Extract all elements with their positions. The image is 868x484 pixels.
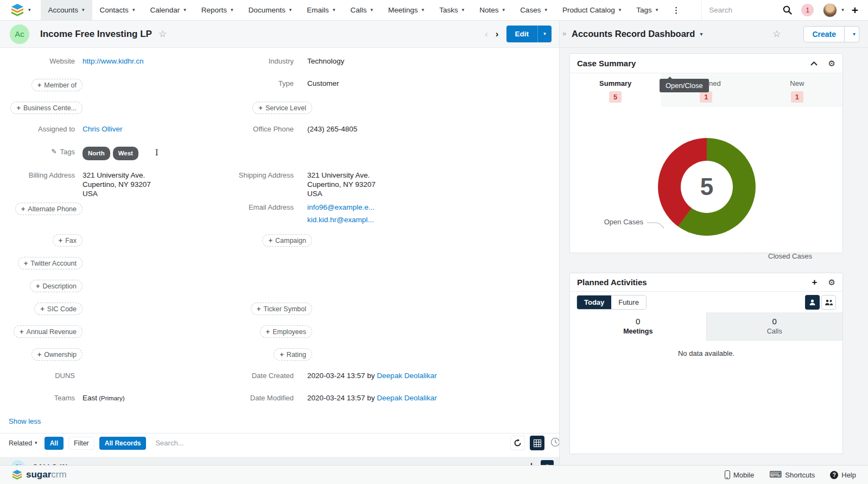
filter-button[interactable]: Filter — [68, 437, 94, 450]
calls-collapse-button[interactable]: ▾ — [541, 460, 554, 465]
chevron-down-icon: ▾ — [656, 8, 658, 12]
expand-dashboard-icon[interactable]: » — [562, 29, 566, 37]
chevron-down-icon[interactable]: ▾ — [841, 8, 844, 12]
sugarcrm-logo[interactable]: sugarcrm — [12, 469, 67, 480]
nav-item-tasks[interactable]: Tasks▾ — [432, 0, 472, 20]
tab-label: Calls — [707, 328, 843, 335]
tab-meetings[interactable]: 0 Meetings — [570, 312, 706, 341]
add-ticker-symbol-button[interactable]: +Ticker Symbol — [251, 303, 312, 315]
donut-chart[interactable]: 5 — [658, 138, 756, 236]
refresh-button[interactable] — [510, 436, 525, 450]
dashboard-favorite-star-icon[interactable]: ☆ — [772, 28, 781, 40]
open-cases-label: Open Cases — [604, 218, 643, 226]
nav-item-reports[interactable]: Reports▾ — [194, 0, 241, 20]
tab-new[interactable]: New 1 — [752, 73, 842, 107]
add-sic-code-button[interactable]: +SIC Code — [34, 303, 83, 315]
add-annual-revenue-button[interactable]: +Annual Revenue — [14, 325, 83, 338]
add-campaign-button[interactable]: +Campaign — [262, 234, 312, 247]
edit-dropdown-caret[interactable]: ▾ — [537, 26, 552, 42]
add-twitter-account-button[interactable]: +Twitter Account — [18, 257, 83, 269]
field-value-link[interactable]: http://www.kidhr.cn — [83, 57, 144, 65]
toggle-view-button[interactable] — [530, 436, 544, 450]
favorite-star-icon[interactable]: ☆ — [159, 28, 167, 40]
nav-item-cases[interactable]: Cases▾ — [512, 0, 555, 20]
toggle-today[interactable]: Today — [577, 296, 611, 309]
field-row: +SIC Code+Ticker Symbol — [0, 303, 559, 315]
gear-icon[interactable]: ⚙ — [828, 59, 835, 67]
email-link[interactable]: info96@example.e... — [307, 203, 375, 212]
field-label: Billing Address — [0, 171, 75, 179]
nav-more-button[interactable]: ⋮ — [666, 0, 687, 20]
history-clock-icon[interactable] — [550, 437, 559, 449]
nav-item-label: Accounts — [48, 6, 79, 14]
help-link[interactable]: ? Help — [830, 471, 856, 479]
tags-value: NorthWestI — [83, 147, 158, 160]
plus-icon: + — [36, 282, 40, 290]
tab-calls[interactable]: 0 Calls — [706, 312, 843, 341]
all-users-button[interactable] — [821, 295, 836, 310]
nav-item-emails[interactable]: Emails▾ — [299, 0, 343, 20]
nav-item-notes[interactable]: Notes▾ — [472, 0, 512, 20]
global-search-input[interactable]: Search — [701, 0, 783, 20]
field-label: Website — [0, 56, 75, 65]
add-business-cente-button[interactable]: +Business Cente... — [10, 102, 83, 114]
pencil-icon[interactable]: ✎ — [51, 148, 56, 156]
dashboard-title[interactable]: Accounts Record Dashboard — [572, 29, 695, 39]
nav-item-tags[interactable]: Tags▾ — [629, 0, 666, 20]
create-button[interactable]: Create — [804, 27, 844, 42]
add-description-button[interactable]: +Description — [30, 280, 83, 292]
all-records-filter[interactable]: All Records — [99, 437, 147, 450]
field-label: Shipping Address — [225, 171, 294, 179]
add-alternate-phone-button[interactable]: +Alternate Phone — [15, 203, 83, 215]
user-link[interactable]: Deepak Deolalikar — [377, 372, 436, 380]
calls-panel-header[interactable]: Cl CALLS (1) + ▾ — [0, 457, 559, 465]
nav-item-accounts[interactable]: Accounts▾ — [41, 0, 92, 20]
add-rating-button[interactable]: +Rating — [274, 348, 312, 361]
add-ownership-button[interactable]: +Ownership — [31, 348, 83, 361]
user-link[interactable]: Deepak Deolalikar — [377, 394, 436, 402]
nav-item-documents[interactable]: Documents▾ — [241, 0, 300, 20]
add-service-level-button[interactable]: +Service Level — [252, 102, 312, 114]
gear-icon[interactable]: ⚙ — [828, 278, 835, 286]
field-value-link[interactable]: Chris Olliver — [83, 125, 123, 133]
module-all-button[interactable]: All — [45, 437, 64, 450]
email-link[interactable]: kid.kid.hr@exampl... — [307, 215, 375, 224]
shortcuts-link[interactable]: ⌨ Shortcuts — [769, 470, 815, 479]
toggle-future[interactable]: Future — [611, 296, 646, 309]
tag-chip-west[interactable]: West — [113, 147, 138, 160]
collapse-chevron-up-icon[interactable] — [810, 61, 818, 66]
tab-summary[interactable]: Summary 5 — [570, 73, 661, 107]
add-activity-plus-icon[interactable]: + — [812, 278, 818, 287]
field-label: Office Phone — [225, 124, 294, 133]
nav-item-calendar[interactable]: Calendar▾ — [142, 0, 193, 20]
no-data-message: No data available. — [570, 341, 842, 454]
add-call-button[interactable]: + — [529, 460, 534, 465]
show-less-link[interactable]: Show less — [9, 417, 41, 425]
add-employees-button[interactable]: +Employees — [260, 325, 312, 338]
related-search-input[interactable]: Search... — [151, 439, 505, 447]
chevron-down-icon: ▾ — [543, 32, 546, 36]
nav-item-label: Product Catalog — [562, 6, 615, 14]
nav-item-meetings[interactable]: Meetings▾ — [381, 0, 432, 20]
search-icon[interactable] — [783, 5, 792, 15]
notification-badge[interactable]: 1 — [801, 4, 814, 16]
avatar[interactable] — [823, 3, 837, 17]
nav-item-calls[interactable]: Calls▾ — [343, 0, 381, 20]
field-cell: IndustryTechnology — [225, 56, 559, 66]
mobile-link[interactable]: Mobile — [725, 470, 754, 479]
app-logo[interactable]: ▾ — [0, 0, 41, 20]
pill-cell: +Description — [0, 280, 225, 292]
related-dropdown[interactable]: Related▾ — [4, 439, 40, 447]
nav-item-product-catalog[interactable]: Product Catalog▾ — [555, 0, 629, 20]
previous-record-icon[interactable]: ‹ — [485, 29, 488, 40]
pill-label: Annual Revenue — [27, 328, 77, 336]
add-member-of-button[interactable]: +Member of — [31, 79, 83, 91]
nav-item-contacts[interactable]: Contacts▾ — [92, 0, 143, 20]
tag-chip-north[interactable]: North — [83, 147, 110, 160]
add-fax-button[interactable]: +Fax — [53, 234, 83, 247]
quick-create-plus-button[interactable]: + — [852, 4, 858, 17]
my-items-button[interactable] — [805, 295, 820, 310]
next-record-icon[interactable]: › — [496, 29, 499, 40]
create-dropdown-caret[interactable]: ▾ — [844, 27, 859, 42]
edit-button[interactable]: Edit — [506, 26, 538, 42]
